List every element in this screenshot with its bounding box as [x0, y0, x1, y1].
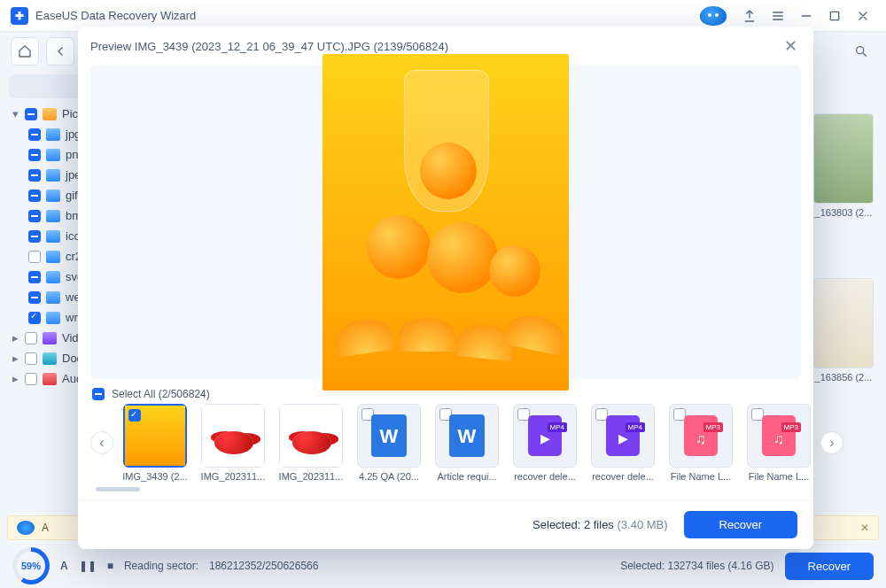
thumbnail-item[interactable]: File Name L...: [664, 404, 737, 482]
thumbnail-label: File Name L...: [664, 471, 737, 482]
preview-modal: Preview IMG_3439 (2023_12_21 06_39_47 UT…: [78, 27, 813, 549]
mp3-icon: [684, 415, 718, 456]
thumbnail-label: IMG_202311...: [275, 471, 347, 482]
thumbnail-image: [513, 404, 577, 468]
thumbnail-label: IMG_202311...: [197, 471, 269, 482]
mp4-icon: [528, 415, 562, 456]
thumbnail-image: [123, 404, 187, 468]
thumbnail-label: recover dele...: [509, 471, 581, 482]
mp4-icon: [606, 415, 640, 456]
thumbnail-image: [435, 404, 499, 468]
preview-area: [90, 66, 801, 379]
thumbnail-label: IMG_3439 (2...: [119, 471, 191, 482]
thumbnail-checkbox[interactable]: [128, 409, 141, 422]
modal-close-icon[interactable]: ✕: [780, 35, 801, 57]
thumbnail-item[interactable]: recover dele...: [587, 404, 659, 482]
thumbnail-item[interactable]: IMG_3439 (2...: [119, 404, 191, 482]
thumbnail-image: [201, 404, 265, 468]
thumbnail-label: Article requi...: [431, 471, 503, 482]
modal-title: Preview IMG_3439 (2023_12_21 06_39_47 UT…: [90, 40, 448, 53]
select-all-checkbox[interactable]: [92, 388, 105, 400]
strip-next-button[interactable]: ›: [820, 431, 843, 454]
thumbnail-item[interactable]: IMG_202311...: [197, 404, 269, 482]
thumbnail-image: [357, 404, 421, 468]
thumbnail-label: File Name L...: [742, 471, 815, 482]
mp3-icon: [762, 415, 796, 456]
thumbnail-item[interactable]: 4.25 QA (20...: [353, 404, 425, 482]
strip-scrollbar[interactable]: [96, 487, 801, 492]
strip-prev-button[interactable]: ‹: [90, 431, 113, 454]
thumbnail-label: 4.25 QA (20...: [353, 471, 425, 482]
doc-icon: [371, 414, 407, 457]
berry-icon: [280, 405, 342, 467]
thumbnail-image: [747, 404, 811, 468]
thumbnail-label: recover dele...: [587, 471, 659, 482]
select-all-label: Select All (2/506824): [112, 388, 210, 400]
berry-icon: [202, 405, 264, 467]
thumbnail-image: [279, 404, 343, 468]
thumbnail-item[interactable]: Article requi...: [431, 404, 503, 482]
modal-footer: Selected: 2 files (3.40 MB) Recover: [78, 499, 813, 549]
thumbnail-item[interactable]: recover dele...: [509, 404, 581, 482]
thumbnail-image: [591, 404, 655, 468]
thumbnail-strip: ‹ IMG_3439 (2...IMG_202311...IMG_202311.…: [90, 404, 801, 482]
thumbnail-image: [669, 404, 733, 468]
thumbnail-item[interactable]: File Name L...: [742, 404, 815, 482]
selection-summary: Selected: 2 files (3.40 MB): [532, 518, 667, 531]
preview-image: [323, 54, 569, 391]
thumbnail-item[interactable]: IMG_202311...: [275, 404, 347, 482]
recover-button[interactable]: Recover: [684, 511, 797, 538]
doc-icon: [449, 414, 485, 457]
